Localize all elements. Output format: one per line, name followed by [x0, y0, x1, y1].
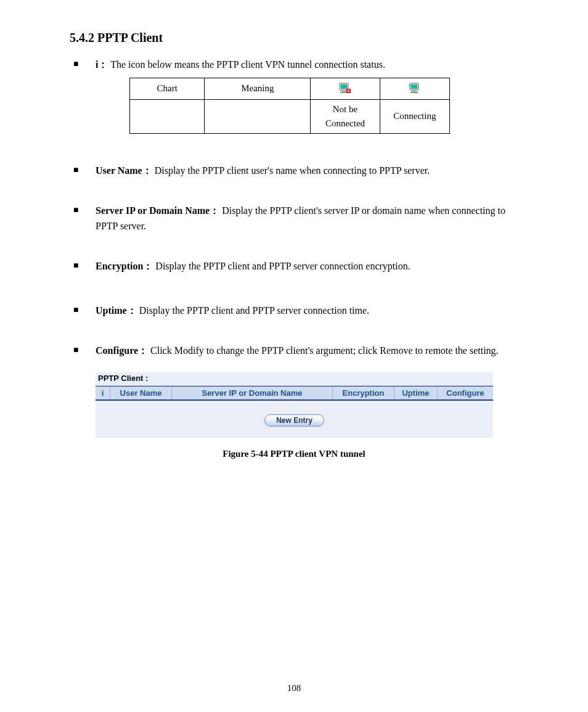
status-col-chart: Chart	[130, 78, 205, 99]
bullet-encryption: Encryption： Display the PPTP client and …	[59, 259, 529, 274]
status-icon-table: Chart Meaning	[129, 78, 450, 134]
pc-connected-icon	[408, 83, 422, 95]
col-user-name: User Name	[110, 387, 172, 399]
col-server-ip: Server IP or Domain Name	[172, 387, 333, 399]
bullet-lead: Uptime：	[96, 305, 137, 316]
bullet-server-ip: Server IP or Domain Name： Display the PP…	[59, 203, 529, 234]
svg-rect-6	[347, 91, 349, 92]
pptp-client-panel: PPTP Client : i User Name Server IP or D…	[96, 372, 493, 438]
col-configure: Configure	[438, 387, 493, 399]
bullet-configure: Configure： Click Modify to change the PP…	[59, 343, 529, 359]
bullet-text: The icon below means the PPTP client VPN…	[110, 59, 385, 70]
status-cell-chart	[130, 99, 205, 134]
bullet-lead: User Name：	[96, 165, 152, 176]
bullet-text: Display the PPTP client user's name when…	[155, 165, 430, 176]
svg-rect-2	[341, 91, 346, 92]
new-entry-button[interactable]: New Entry	[264, 414, 324, 427]
svg-rect-10	[410, 92, 418, 93]
status-icon-disconnected-header	[311, 78, 380, 99]
col-uptime: Uptime	[394, 387, 438, 399]
bullet-text: Display the PPTP client and PPTP server …	[139, 305, 369, 316]
pptp-header-row: i User Name Server IP or Domain Name Enc…	[96, 386, 493, 401]
svg-rect-9	[412, 91, 417, 92]
status-cell-disconnected: Not be Connected	[311, 99, 380, 134]
status-icon-connected-header	[380, 78, 449, 99]
bullet-lead: Encryption：	[96, 261, 153, 271]
status-cell-connected: Connecting	[380, 99, 449, 134]
bullet-uptime: Uptime： Display the PPTP client and PPTP…	[59, 303, 529, 319]
pptp-body: New Entry	[96, 401, 493, 438]
bullet-status-icon: i： The icon below means the PPTP client …	[59, 57, 529, 134]
bullet-user-name: User Name： Display the PPTP client user'…	[59, 163, 529, 179]
figure-caption: Figure 5-44 PPTP client VPN tunnel	[59, 449, 529, 459]
status-cell-meaning	[205, 99, 311, 134]
col-i: i	[96, 387, 110, 399]
col-encryption: Encryption	[333, 387, 394, 399]
section-title: 5.4.2 PPTP Client	[70, 31, 529, 45]
svg-rect-4	[346, 89, 351, 93]
bullet-lead: Configure：	[96, 345, 148, 356]
svg-rect-8	[411, 84, 417, 89]
pc-disconnected-icon	[338, 83, 352, 95]
svg-rect-1	[341, 84, 347, 89]
pptp-panel-title: PPTP Client :	[96, 372, 493, 386]
status-col-meaning: Meaning	[205, 78, 311, 99]
bullet-text: Display the PPTP client and PPTP server …	[155, 261, 410, 271]
bullet-lead: Server IP or Domain Name：	[96, 205, 219, 216]
page-number: 108	[0, 683, 588, 694]
bullet-text: Click Modify to change the PPTP client's…	[150, 345, 499, 356]
bullet-lead: i：	[96, 59, 108, 70]
svg-rect-5	[347, 89, 349, 90]
